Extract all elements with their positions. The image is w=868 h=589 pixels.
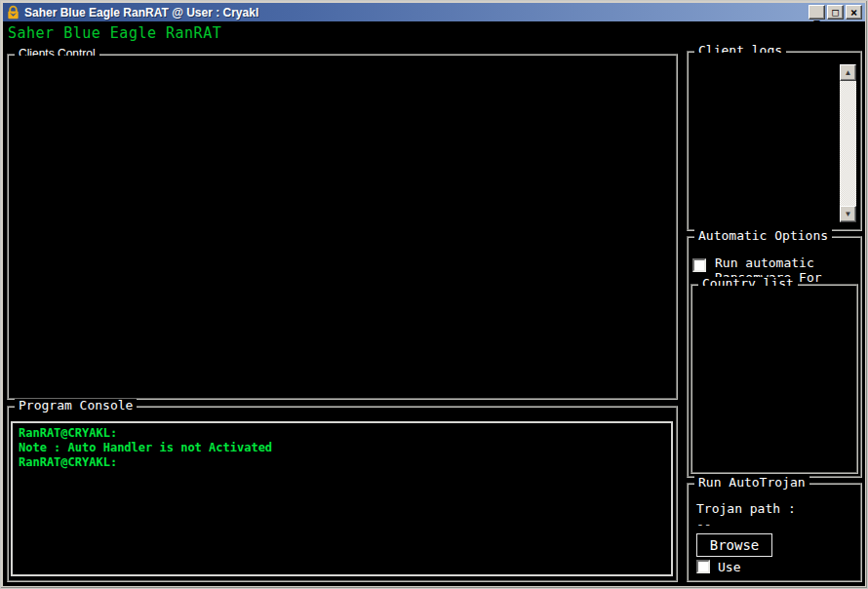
maximize-button[interactable]: □ bbox=[827, 5, 844, 20]
scroll-down-icon: ▼ bbox=[845, 211, 852, 218]
window-title: Saher Blue Eagle RanRAT @ User : Cryakl bbox=[24, 6, 805, 20]
close-icon: × bbox=[850, 7, 857, 19]
scroll-down-button[interactable]: ▼ bbox=[840, 206, 856, 222]
trojan-path-label: Trojan path : bbox=[696, 501, 796, 516]
run-autotrojan-group: Run AutoTrojan Trojan path : -- Browse U… bbox=[687, 483, 862, 582]
run-autotrojan-label: Run AutoTrojan bbox=[694, 476, 809, 490]
console-line: Note : Auto Handler is not Activated bbox=[19, 441, 665, 455]
client-logs-area bbox=[689, 53, 860, 229]
browse-button[interactable]: Browse bbox=[696, 533, 772, 557]
console-line: RanRAT@CRYAKL: bbox=[19, 455, 665, 470]
app-window: Saher Blue Eagle RanRAT @ User : Cryakl … bbox=[0, 0, 868, 589]
automatic-options-group: Automatic Options Run automatic Ransomwa… bbox=[687, 236, 862, 478]
run-automatic-checkbox[interactable] bbox=[692, 258, 706, 272]
minimize-button[interactable]: _ bbox=[809, 5, 825, 20]
use-label: Use bbox=[718, 560, 740, 574]
app-heading: Saher Blue Eagle RanRAT bbox=[8, 24, 221, 42]
country-list-area bbox=[692, 286, 856, 472]
scrollbar-track[interactable] bbox=[840, 81, 856, 206]
client-logs-scrollbar[interactable]: ▲ ▼ bbox=[840, 64, 856, 222]
use-checkbox[interactable] bbox=[696, 560, 710, 573]
clients-control-group: Clients Control bbox=[7, 54, 678, 400]
title-bar: Saher Blue Eagle RanRAT @ User : Cryakl … bbox=[3, 3, 865, 21]
trojan-path-value: -- bbox=[696, 517, 712, 531]
scroll-up-icon: ▲ bbox=[845, 69, 852, 77]
window-controls: _ □ × bbox=[809, 5, 862, 20]
close-button[interactable]: × bbox=[846, 5, 862, 20]
clients-control-area bbox=[9, 56, 676, 398]
country-list-group: Country list bbox=[690, 284, 858, 474]
console-output: RanRAT@CRYAKL: Note : Auto Handler is no… bbox=[11, 421, 673, 576]
program-console-label: Program Console bbox=[15, 399, 137, 412]
console-line: RanRAT@CRYAKL: bbox=[19, 426, 665, 441]
client-logs-group: Client logs ▲ ▼ bbox=[687, 51, 862, 231]
app-icon bbox=[6, 5, 20, 20]
scroll-up-button[interactable]: ▲ bbox=[840, 64, 856, 81]
automatic-options-label: Automatic Options bbox=[694, 229, 832, 243]
minimize-icon: _ bbox=[813, 14, 819, 18]
maximize-icon: □ bbox=[832, 7, 839, 18]
